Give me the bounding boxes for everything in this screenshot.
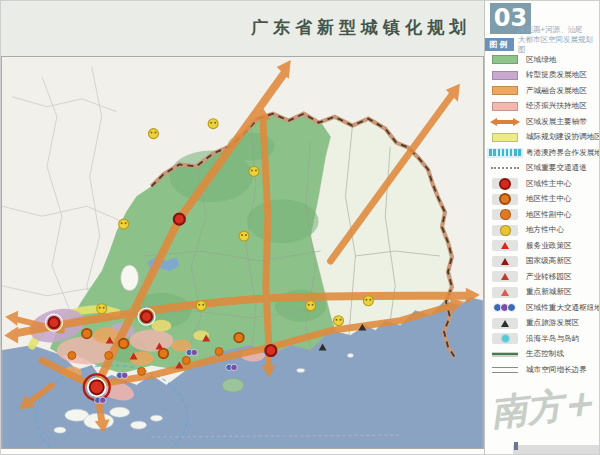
zone-chip xyxy=(492,271,518,282)
legend-item-icon xyxy=(490,303,520,312)
legend-item: 区域性重大交通枢纽地区 xyxy=(490,300,600,316)
legend-item-icon xyxy=(490,287,520,298)
legend-item-icon xyxy=(490,133,520,142)
zone-chip xyxy=(492,256,518,267)
legend-item-icon xyxy=(490,256,520,267)
bottom-scrollbar xyxy=(513,445,600,455)
green-island xyxy=(222,378,244,392)
legend-item-label: 地区性副中心 xyxy=(526,210,572,220)
center-chip xyxy=(492,225,518,236)
legend-item: 区域性主中心 xyxy=(490,176,600,192)
coast-dot-icon xyxy=(501,334,510,343)
legend-item-label: 粤港澳跨界合作发展地区 xyxy=(526,148,600,158)
legend-item: 生态控制线 xyxy=(490,347,600,363)
legend-item-label: 地方性中心 xyxy=(526,225,564,235)
legend-item: 转型提质发展地区 xyxy=(490,68,600,84)
legend-item: 城际规划建设协调地区 xyxy=(490,130,600,146)
legend-item-label: 服务业政策区 xyxy=(526,241,572,251)
coast-chip xyxy=(492,333,518,344)
legend-item-icon xyxy=(490,367,520,373)
regional-primary-center-marker xyxy=(84,374,110,400)
center-chip xyxy=(492,178,518,189)
zone-triangle-icon xyxy=(501,289,509,296)
eco-control-line-icon xyxy=(492,352,518,357)
legend-item: 沿海半岛与岛屿 xyxy=(490,331,600,347)
legend-item-label: 城际规划建设协调地区 xyxy=(526,132,600,142)
legend-title-tag: 图例 xyxy=(485,38,514,51)
legend-item-label: 生态控制线 xyxy=(526,349,564,359)
zone-chip xyxy=(492,240,518,251)
legend-item-icon xyxy=(490,209,520,220)
growth-boundary-icon xyxy=(492,367,518,373)
legend-swatch xyxy=(492,86,518,95)
map-subtitle: 深莞惠+河源、汕尾 大都市区空间发展规划图 xyxy=(518,25,600,55)
legend-item-icon xyxy=(490,71,520,80)
zone-triangle-icon xyxy=(501,273,509,280)
legend-item: 城市空间增长边界 xyxy=(490,362,600,378)
zone-triangle-icon xyxy=(501,242,509,249)
legend-item-icon xyxy=(490,352,520,357)
legend-item-label: 产城融合发展地区 xyxy=(526,86,587,96)
legend-item-icon xyxy=(490,117,520,127)
legend-item-label: 区域发展主要轴带 xyxy=(526,117,587,127)
legend-item: 国家级高新区 xyxy=(490,254,600,270)
legend-item-label: 地区性主中心 xyxy=(526,194,572,204)
legend-swatch xyxy=(492,71,518,80)
legend-item-icon xyxy=(490,225,520,236)
legend-item: 产业转移园区 xyxy=(490,269,600,285)
legend-item-label: 区域重要交通通道 xyxy=(526,163,587,173)
legend-item-label: 区域性主中心 xyxy=(526,179,572,189)
legend-item: 产城融合发展地区 xyxy=(490,83,600,99)
planning-map-page: 广东省新型城镇化规划 xyxy=(0,0,600,455)
donut-center-icon xyxy=(499,178,511,190)
circle-center-icon xyxy=(500,209,511,220)
legend-item: 经济振兴扶持地区 xyxy=(490,99,600,115)
center-chip xyxy=(492,209,518,220)
guangdong-map xyxy=(2,57,483,448)
axis-arrow-icon xyxy=(490,117,520,127)
legend-item-label: 城市空间增长边界 xyxy=(526,365,587,375)
legend-item: 服务业政策区 xyxy=(490,238,600,254)
legend-item-label: 重点新城新区 xyxy=(526,287,572,297)
legend-item: 地区性主中心 xyxy=(490,192,600,208)
map-area xyxy=(1,56,484,449)
subtitle-line1: 深莞惠+河源、汕尾 xyxy=(518,25,600,35)
legend-item: 区域重要交通通道 xyxy=(490,161,600,177)
city-urban-blob xyxy=(121,265,139,291)
zone-chip xyxy=(492,287,518,298)
zone-triangle-icon xyxy=(501,258,509,265)
transport-hub-icon xyxy=(495,303,516,312)
legend-item-label: 重点旅游发展区 xyxy=(526,318,579,328)
legend-swatch xyxy=(492,133,518,142)
legend-item-icon xyxy=(490,271,520,282)
legend-item-label: 经济振兴扶持地区 xyxy=(526,101,587,111)
legend-item-icon xyxy=(490,194,520,205)
legend-item-icon xyxy=(490,167,520,169)
circle-center-icon xyxy=(500,225,511,236)
center-chip xyxy=(492,194,518,205)
legend-item-icon xyxy=(490,102,520,111)
legend-item-icon xyxy=(490,178,520,189)
legend-item-icon xyxy=(490,240,520,251)
legend-swatch xyxy=(492,102,518,111)
legend-item: 重点旅游发展区 xyxy=(490,316,600,332)
zone-triangle-icon xyxy=(501,320,509,327)
page-title: 广东省新型城镇化规划 xyxy=(251,16,471,39)
legend-item-icon xyxy=(490,55,520,64)
legend-item: 区域发展主要轴带 xyxy=(490,114,600,130)
legend-swatch xyxy=(492,55,518,64)
legend-item: 地方性中心 xyxy=(490,223,600,239)
legend-item-label: 国家级高新区 xyxy=(526,256,572,266)
legend-item-label: 沿海半岛与岛屿 xyxy=(526,334,579,344)
legend-item-icon xyxy=(490,148,520,158)
legend-item-icon xyxy=(490,318,520,329)
cross-border-dashes-icon xyxy=(487,148,522,158)
legend-item: 地区性副中心 xyxy=(490,207,600,223)
transport-corridor-icon xyxy=(491,167,519,169)
legend-item-icon xyxy=(490,333,520,344)
legend-item: 重点新城新区 xyxy=(490,285,600,301)
bottom-mark xyxy=(514,442,518,450)
legend-item: 区域绿地 xyxy=(490,52,600,68)
legend-item-label: 产业转移园区 xyxy=(526,272,572,282)
donut-center-icon xyxy=(499,193,511,205)
